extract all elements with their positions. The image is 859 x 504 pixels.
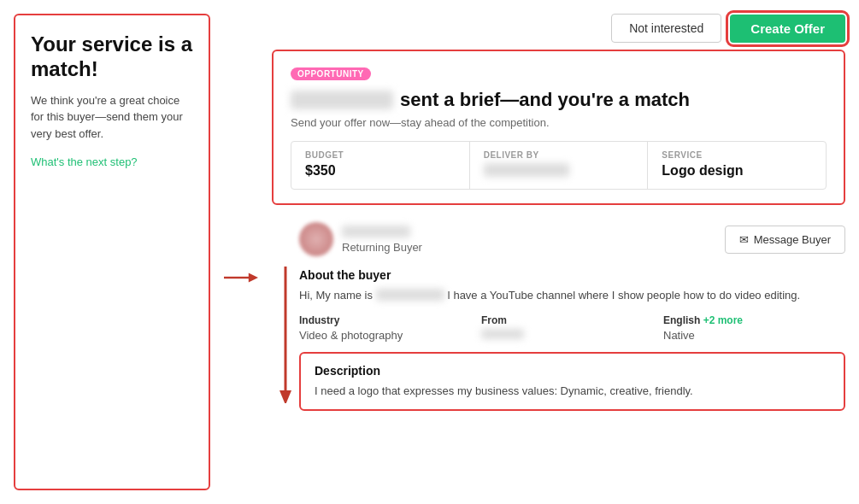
- sender-name-blurred: [291, 91, 393, 109]
- buyer-row: Returning Buyer ✉ Message Buyer: [299, 215, 845, 256]
- match-subtext: We think you're a great choice for this …: [31, 92, 193, 143]
- next-step-link[interactable]: What's the next step?: [31, 155, 138, 168]
- arrow-right-indicator: [224, 14, 258, 490]
- opportunity-badge: OPPORTUNITY: [291, 67, 371, 80]
- match-headline: Your service is a match!: [31, 32, 193, 82]
- industry-label: Industry: [299, 314, 481, 326]
- opportunity-details: BUDGET $350 DELIVER BY SERVICE Logo desi…: [291, 141, 827, 190]
- industry-col: Industry Video & photography: [299, 314, 481, 342]
- budget-cell: BUDGET $350: [291, 142, 470, 189]
- budget-value: $350: [305, 163, 456, 179]
- opportunity-subtitle: Send your offer now—stay ahead of the co…: [291, 116, 827, 129]
- deliver-label: DELIVER BY: [484, 150, 634, 160]
- buyer-details-grid: Industry Video & photography From Englis…: [299, 314, 845, 342]
- match-panel: Your service is a match! We think you're…: [14, 14, 210, 490]
- about-title: About the buyer: [299, 268, 845, 282]
- industry-value: Video & photography: [299, 329, 481, 342]
- from-value: [481, 329, 663, 342]
- language-value: Native: [663, 329, 845, 342]
- message-buyer-button[interactable]: ✉ Message Buyer: [725, 226, 845, 254]
- language-label: English +2 more: [663, 314, 845, 326]
- arrow-down-col: [272, 215, 299, 411]
- about-section: About the buyer Hi, My name is I have a …: [299, 268, 845, 304]
- not-interested-button[interactable]: Not interested: [611, 14, 721, 43]
- deliver-cell: DELIVER BY: [470, 142, 649, 189]
- service-value: Logo design: [662, 163, 812, 179]
- create-offer-button[interactable]: Create Offer: [730, 15, 845, 43]
- buyer-name-blurred: [342, 226, 410, 237]
- buyer-name-inline-blurred: [376, 289, 444, 301]
- buyer-avatar: [299, 222, 333, 256]
- from-location-blurred: [481, 329, 524, 339]
- deliver-date-blurred: [484, 163, 569, 177]
- description-text: I need a logo that expresses my business…: [315, 383, 830, 400]
- envelope-icon: ✉: [739, 233, 749, 246]
- description-section: Description I need a logo that expresses…: [299, 352, 845, 412]
- from-col: From: [481, 314, 663, 342]
- opportunity-title-text: sent a brief—and you're a match: [400, 89, 690, 111]
- budget-label: BUDGET: [305, 150, 456, 160]
- description-title: Description: [315, 364, 830, 378]
- deliver-value: [484, 163, 634, 180]
- language-col: English +2 more Native: [663, 314, 845, 342]
- opportunity-title: sent a brief—and you're a match: [291, 89, 827, 111]
- lower-content: Returning Buyer ✉ Message Buyer About th…: [299, 215, 845, 411]
- opportunity-card: OPPORTUNITY sent a brief—and you're a ma…: [272, 50, 845, 205]
- buyer-meta: Returning Buyer: [342, 226, 422, 254]
- service-cell: SERVICE Logo design: [648, 142, 826, 189]
- about-text: Hi, My name is I have a YouTube channel …: [299, 287, 845, 304]
- buyer-info: Returning Buyer: [299, 222, 422, 256]
- message-buyer-label: Message Buyer: [754, 233, 831, 246]
- language-extra: +2 more: [703, 314, 743, 326]
- from-label: From: [481, 314, 663, 326]
- lower-section: Returning Buyer ✉ Message Buyer About th…: [272, 215, 845, 411]
- right-panel: Not interested Create Offer OPPORTUNITY …: [272, 14, 845, 490]
- svg-marker-1: [249, 273, 258, 282]
- action-bar: Not interested Create Offer: [272, 14, 845, 43]
- service-label: SERVICE: [662, 150, 812, 160]
- buyer-tag: Returning Buyer: [342, 241, 422, 254]
- svg-marker-3: [279, 390, 291, 403]
